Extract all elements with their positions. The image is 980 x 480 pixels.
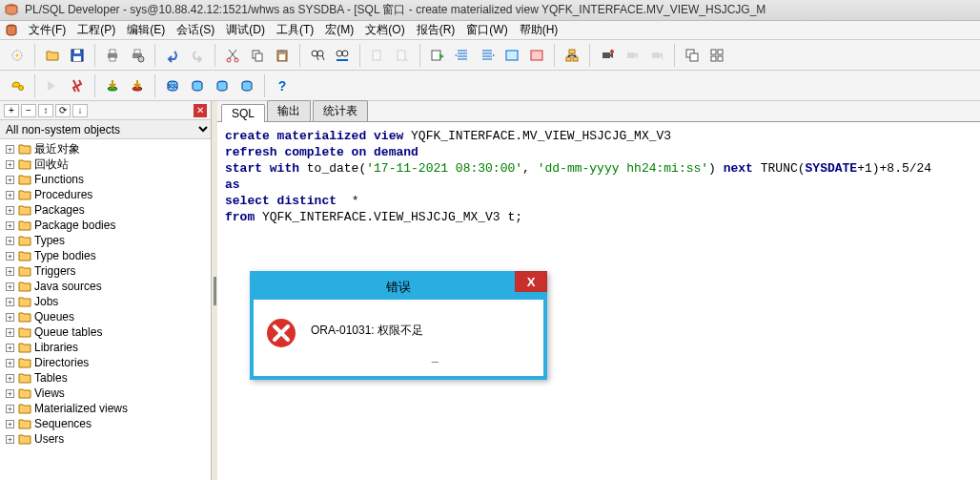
tree-node[interactable]: +回收站 [0, 157, 211, 172]
expand-icon[interactable]: + [6, 282, 14, 291]
tree-node-label: Package bodies [34, 219, 115, 232]
menu-window[interactable]: 窗口(W) [460, 22, 513, 38]
dialog-close-button[interactable]: X [515, 271, 547, 292]
menu-tools[interactable]: 工具(T) [271, 22, 319, 38]
tree-node[interactable]: +Triggers [0, 263, 211, 279]
expand-icon[interactable]: + [6, 176, 14, 184]
tab-output[interactable]: 输出 [267, 100, 311, 121]
browser-down-button[interactable]: ↓ [72, 104, 88, 117]
new-button[interactable] [6, 44, 29, 67]
tree-node-label: Tables [34, 371, 68, 385]
tree-node-label: Jobs [34, 295, 58, 308]
tree-node-label: Packages [34, 203, 85, 217]
error-dialog: 错误 X ORA-01031: 权限不足 _ [250, 271, 547, 380]
tree-node[interactable]: +最近对象 [0, 141, 211, 157]
sql-window-button[interactable]: SQL [161, 74, 184, 97]
explain-window-button[interactable] [235, 74, 258, 97]
tree-node[interactable]: +Functions [0, 172, 211, 187]
tree-node[interactable]: +Procedures [0, 187, 211, 202]
expand-icon[interactable]: + [6, 359, 14, 367]
browser-expand-button[interactable]: + [4, 104, 19, 117]
tree-node[interactable]: +Materialized views [0, 401, 211, 416]
expand-icon[interactable]: + [6, 344, 14, 352]
tree-node[interactable]: +Libraries [0, 340, 211, 355]
record-button[interactable] [596, 44, 619, 67]
expand-icon[interactable]: + [6, 237, 14, 245]
menu-file[interactable]: 文件(F) [23, 22, 71, 38]
browser-filter[interactable]: All non-system objects [0, 120, 211, 139]
menu-edit[interactable]: 编辑(E) [121, 22, 171, 38]
browser-collapse-button[interactable]: − [21, 104, 36, 117]
explain-plan-button[interactable] [561, 44, 583, 67]
tab-stats[interactable]: 统计表 [313, 100, 368, 121]
browser-filter-select[interactable]: All non-system objects [0, 120, 211, 138]
dialog-titlebar[interactable]: 错误 X [254, 275, 543, 300]
menu-session[interactable]: 会话(S) [171, 22, 220, 38]
tree-node[interactable]: +Jobs [0, 294, 211, 309]
tree-node-label: Users [34, 432, 64, 446]
expand-icon[interactable]: + [6, 221, 14, 230]
print-setup-button[interactable] [126, 44, 149, 67]
comment-button[interactable] [500, 44, 523, 67]
tab-sql[interactable]: SQL [221, 104, 265, 122]
tree-node[interactable]: +Directories [0, 355, 211, 370]
menu-project[interactable]: 工程(P) [71, 22, 121, 38]
expand-icon[interactable]: + [6, 435, 14, 444]
tree-node[interactable]: +Queue tables [0, 324, 211, 340]
tile-windows-button[interactable] [705, 44, 728, 67]
paste-button[interactable] [271, 44, 294, 67]
break-button[interactable] [66, 74, 89, 97]
tree-node[interactable]: +Views [0, 386, 211, 401]
browser-updown-button[interactable]: ↕ [38, 104, 53, 117]
copy-button[interactable] [246, 44, 269, 67]
indent-right-button[interactable] [476, 44, 499, 67]
expand-icon[interactable]: + [6, 374, 14, 383]
save-button[interactable] [66, 44, 89, 67]
find-next-button[interactable] [331, 44, 354, 67]
report-window-button[interactable] [186, 74, 209, 97]
logon-button[interactable] [6, 74, 29, 97]
menu-document[interactable]: 文档(O) [359, 22, 410, 38]
tree-node[interactable]: +Package bodies [0, 218, 211, 233]
expand-icon[interactable]: + [6, 298, 14, 306]
tree-node[interactable]: +Tables [0, 370, 211, 386]
cascade-windows-button[interactable] [681, 44, 704, 67]
expand-icon[interactable]: + [6, 313, 14, 322]
browser-refresh-button[interactable]: ⟳ [55, 104, 71, 117]
uncomment-button[interactable] [525, 44, 548, 67]
cut-button[interactable] [221, 44, 244, 67]
menu-debug[interactable]: 调试(D) [220, 22, 271, 38]
print-button[interactable] [101, 44, 124, 67]
expand-icon[interactable]: + [6, 252, 14, 261]
help-button[interactable]: ? [271, 74, 294, 97]
tree-node[interactable]: +Types [0, 233, 211, 248]
menu-report[interactable]: 报告(R) [411, 22, 461, 38]
commit-button[interactable] [101, 74, 124, 97]
expand-icon[interactable]: + [6, 389, 14, 398]
expand-icon[interactable]: + [6, 191, 14, 199]
expand-icon[interactable]: + [6, 405, 14, 413]
expand-icon[interactable]: + [6, 328, 14, 337]
window-title: PL/SQL Developer - sys@10.88.42.12:1521/… [25, 2, 766, 18]
tree-node[interactable]: +Type bodies [0, 248, 211, 263]
expand-icon[interactable]: + [6, 267, 14, 276]
tree-node[interactable]: +Users [0, 431, 211, 447]
menu-help[interactable]: 帮助(H) [514, 22, 564, 38]
find-button[interactable] [306, 44, 329, 67]
expand-icon[interactable]: + [6, 160, 14, 169]
undo-button[interactable] [161, 44, 184, 67]
command-window-button[interactable] [211, 74, 234, 97]
tree-node[interactable]: +Java sources [0, 279, 211, 294]
menu-macro[interactable]: 宏(M) [319, 22, 359, 38]
open-button[interactable] [41, 44, 64, 67]
expand-icon[interactable]: + [6, 145, 14, 154]
indent-left-button[interactable] [451, 44, 474, 67]
rollback-button[interactable] [126, 74, 149, 97]
tree-node[interactable]: +Packages [0, 202, 211, 218]
execute-button[interactable] [426, 44, 449, 67]
browser-close-button[interactable]: ✕ [194, 104, 207, 117]
expand-icon[interactable]: + [6, 420, 14, 428]
tree-node[interactable]: +Queues [0, 309, 211, 324]
expand-icon[interactable]: + [6, 206, 14, 215]
tree-node[interactable]: +Sequences [0, 416, 211, 431]
